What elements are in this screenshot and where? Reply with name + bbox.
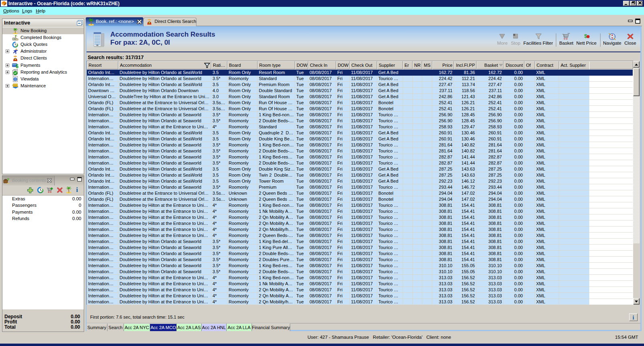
svg-text:$: $ bbox=[16, 64, 19, 69]
